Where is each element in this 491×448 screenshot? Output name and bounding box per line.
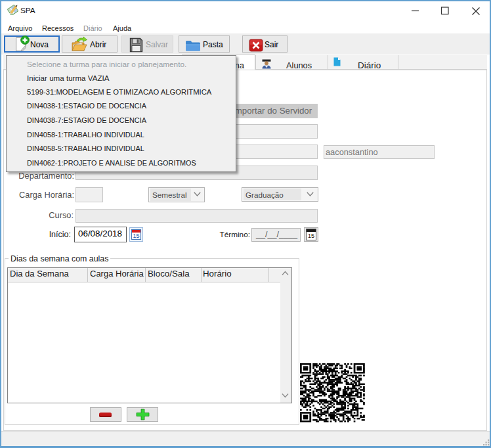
svg-text:15: 15 [133,233,139,239]
svg-text:15: 15 [308,233,314,239]
